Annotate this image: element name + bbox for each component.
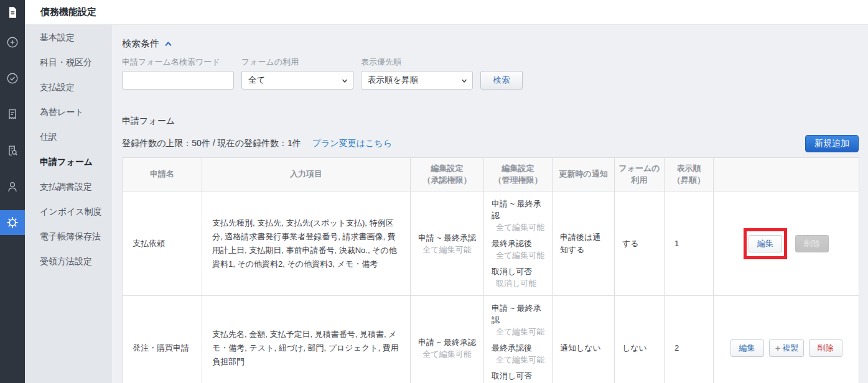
- search-conditions-toggle[interactable]: 検索条件: [122, 38, 190, 50]
- cell-actions: 編集＋複製削除: [714, 296, 859, 383]
- nav-create-button[interactable]: [0, 30, 25, 55]
- app-icon-rail: [0, 0, 25, 383]
- gear-icon: [6, 216, 19, 229]
- search-form: 申請フォーム名検索ワード フォームの利用 全て 表示優先順 表示順を昇順 検索: [122, 57, 859, 90]
- approval-stage: 申請 ~ 最終承認: [411, 336, 483, 348]
- form-usage-select[interactable]: 全て: [241, 71, 353, 90]
- nav-invoice-button[interactable]: [0, 102, 25, 127]
- plus-circle-icon: [6, 35, 19, 49]
- sidebar-item-basic-settings[interactable]: 基本設定: [25, 25, 112, 50]
- document-icon: [6, 6, 19, 19]
- display-priority-select[interactable]: 表示順を昇順: [361, 71, 473, 90]
- application-form-table: 申請名 入力項目 編集設定 （承認権限） 編集設定 （管理権限） 更新時の通知 …: [122, 157, 859, 383]
- cell-display-order: 1: [665, 192, 714, 296]
- nav-settings-button[interactable]: [0, 210, 25, 235]
- col-header-edit-approval: 編集設定 （承認権限）: [411, 158, 484, 192]
- col-header-update-notify: 更新時の通知: [553, 158, 615, 192]
- table-header-row: 申請名 入力項目 編集設定 （承認権限） 編集設定 （管理権限） 更新時の通知 …: [123, 158, 859, 192]
- nav-approve-button[interactable]: [0, 66, 25, 91]
- cell-input-items: 支払先種別, 支払先, 支払先(スポット支払), 特例区分, 適格請求書発行事業…: [202, 192, 411, 296]
- cell-application-name: 発注・購買申請: [123, 296, 202, 383]
- cell-update-notify: 申請後は通知する: [553, 192, 615, 296]
- admin-permission: 全て編集可能: [496, 326, 548, 338]
- admin-permission: 全て編集可能: [496, 354, 548, 366]
- admin-stage: 取消し可否: [492, 370, 548, 382]
- add-new-button[interactable]: 新規追加: [805, 135, 859, 152]
- search-button[interactable]: 検索: [480, 71, 523, 90]
- cell-edit-approval: 申請 ~ 最終承認 全て編集可能: [411, 296, 484, 383]
- duplicate-button[interactable]: ＋複製: [769, 339, 804, 357]
- display-priority-label: 表示優先順: [361, 57, 473, 68]
- highlight-box: 編集: [744, 228, 787, 259]
- sidebar-item-payment-settings[interactable]: 支払設定: [25, 75, 112, 99]
- building-search-icon: [6, 144, 19, 157]
- sidebar-item-payment-record[interactable]: 支払調書設定: [25, 174, 112, 199]
- admin-stage: 取消し可否: [492, 265, 548, 277]
- admin-permission: 全て編集可能: [496, 249, 548, 261]
- main-content: 検索条件 申請フォーム名検索ワード フォームの利用 全て 表示優先順 表示順を昇…: [112, 25, 868, 383]
- cell-edit-admin: 申請 ~ 最終承認 全て編集可能 最終承認後 全て編集可能 取消し可否 取消し可…: [484, 192, 553, 296]
- sidebar-item-application-form[interactable]: 申請フォーム: [25, 149, 112, 174]
- receipt-icon: [6, 108, 19, 121]
- cell-form-usage: する: [615, 192, 665, 296]
- sidebar-item-subject-tax[interactable]: 科目・税区分: [25, 50, 112, 75]
- sidebar-item-electronic-ledger[interactable]: 電子帳簿保存法: [25, 224, 112, 249]
- nav-users-button[interactable]: [0, 174, 25, 199]
- registration-count-text: 登録件数の上限：50件 / 現在の登録件数：1件: [122, 138, 301, 149]
- display-priority-selected-value: 表示順を昇順: [368, 75, 418, 86]
- chevron-down-icon: [341, 77, 348, 85]
- duplicate-label: 複製: [783, 343, 799, 353]
- admin-stage: 最終承認後: [492, 238, 548, 249]
- admin-stage: 申請 ~ 最終承認: [492, 198, 548, 221]
- section-title: 申請フォーム: [122, 116, 859, 127]
- cell-actions: 編集削除: [714, 192, 859, 296]
- delete-button: 削除: [795, 235, 829, 252]
- search-conditions-title: 検索条件: [122, 38, 159, 50]
- col-header-actions: [714, 158, 859, 192]
- admin-permission: 取消し可能: [496, 277, 548, 289]
- table-row: 支払依頼 支払先種別, 支払先, 支払先(スポット支払), 特例区分, 適格請求…: [123, 192, 859, 296]
- sidebar-item-journal[interactable]: 仕訳: [25, 124, 112, 149]
- admin-permission: 全て編集可能: [496, 221, 548, 233]
- cell-edit-admin: 申請 ~ 最終承認 全て編集可能 最終承認後 全て編集可能 取消し可否 取消し可…: [484, 296, 553, 383]
- form-usage-selected-value: 全て: [248, 75, 265, 86]
- page-title: 債務機能設定: [25, 6, 96, 18]
- col-header-display-order: 表示順 （昇順）: [665, 158, 714, 192]
- admin-stage: 最終承認後: [492, 342, 548, 354]
- cell-form-usage: しない: [615, 296, 665, 383]
- user-icon: [6, 180, 19, 193]
- keyword-label: 申請フォーム名検索ワード: [122, 57, 234, 68]
- sidebar-item-invoice-system[interactable]: インボイス制度: [25, 199, 112, 224]
- plus-icon: ＋: [774, 343, 782, 353]
- col-header-edit-admin: 編集設定 （管理権限）: [484, 158, 553, 192]
- top-bar: 債務機能設定: [25, 0, 868, 25]
- cell-application-name: 支払依頼: [123, 192, 202, 296]
- approval-permission: 全て編集可能: [411, 244, 483, 256]
- approval-stage: 申請 ~ 最終承認: [411, 232, 483, 244]
- cell-update-notify: 通知しない: [553, 296, 615, 383]
- col-header-form-usage: フォームの利用: [615, 158, 665, 192]
- chevron-up-icon: [164, 40, 173, 48]
- edit-button[interactable]: 編集: [749, 235, 782, 252]
- form-name-keyword-input[interactable]: [122, 71, 234, 90]
- col-header-application-name: 申請名: [123, 158, 202, 192]
- cell-display-order: 2: [665, 296, 714, 383]
- delete-button[interactable]: 削除: [809, 339, 842, 357]
- chevron-down-icon: [460, 77, 468, 85]
- form-usage-label: フォームの利用: [241, 57, 353, 68]
- nav-vendor-search-button[interactable]: [0, 138, 25, 163]
- cell-edit-approval: 申請 ~ 最終承認 全て編集可能: [411, 192, 484, 296]
- col-header-input-items: 入力項目: [202, 158, 411, 192]
- table-row: 発注・購買申請 支払先名, 金額, 支払予定日, 見積書番号, 見積書, メモ・…: [123, 296, 859, 383]
- plan-change-link[interactable]: プラン変更はこちら: [312, 138, 392, 149]
- cell-input-items: 支払先名, 金額, 支払予定日, 見積書番号, 見積書, メモ・備考, テスト,…: [202, 296, 411, 383]
- approval-permission: 全て編集可能: [411, 348, 483, 360]
- sidebar-item-exchange-rate[interactable]: 為替レート: [25, 99, 112, 124]
- sidebar-item-receipt-method[interactable]: 受領方法設定: [25, 249, 112, 274]
- check-circle-icon: [6, 72, 19, 85]
- app-logo[interactable]: [0, 0, 25, 25]
- settings-sidebar: 基本設定 科目・税区分 支払設定 為替レート 仕訳 申請フォーム 支払調書設定 …: [25, 25, 112, 383]
- edit-button[interactable]: 編集: [730, 339, 764, 357]
- admin-stage: 申請 ~ 最終承認: [492, 302, 548, 326]
